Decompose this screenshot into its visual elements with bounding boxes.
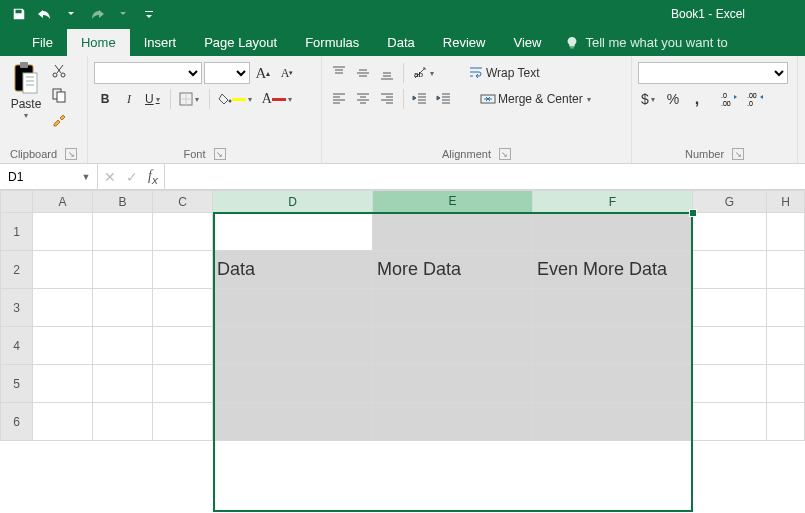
- number-launcher[interactable]: ↘: [732, 148, 744, 160]
- copy-button[interactable]: [48, 84, 70, 106]
- cell-F3[interactable]: [533, 289, 693, 327]
- tab-review[interactable]: Review: [429, 29, 500, 56]
- tab-formulas[interactable]: Formulas: [291, 29, 373, 56]
- col-header-A[interactable]: A: [33, 191, 93, 213]
- tab-file[interactable]: File: [18, 29, 67, 56]
- undo-dropdown[interactable]: [60, 3, 82, 25]
- merge-center-button[interactable]: Merge & Center▾: [473, 88, 600, 110]
- paste-button[interactable]: Paste ▾: [6, 60, 46, 126]
- name-box-input[interactable]: [0, 170, 78, 184]
- underline-button[interactable]: U▾: [142, 88, 165, 110]
- number-format-select[interactable]: General: [638, 62, 788, 84]
- cell-B6[interactable]: [93, 403, 153, 441]
- enter-formula-button[interactable]: ✓: [126, 169, 138, 185]
- row-header-5[interactable]: 5: [1, 365, 33, 403]
- italic-button[interactable]: I: [118, 88, 140, 110]
- cell-E4[interactable]: [373, 327, 533, 365]
- decrease-font-button[interactable]: A▾: [276, 62, 298, 84]
- cell-E3[interactable]: [373, 289, 533, 327]
- cell-B3[interactable]: [93, 289, 153, 327]
- cell-B5[interactable]: [93, 365, 153, 403]
- cell-A6[interactable]: [33, 403, 93, 441]
- alignment-launcher[interactable]: ↘: [499, 148, 511, 160]
- qat-customize[interactable]: [138, 3, 160, 25]
- cell-D2[interactable]: Data: [213, 251, 373, 289]
- tab-home[interactable]: Home: [67, 29, 130, 56]
- cell-C3[interactable]: [153, 289, 213, 327]
- cell-E1[interactable]: [373, 213, 533, 251]
- row-header-1[interactable]: 1: [1, 213, 33, 251]
- cell-A4[interactable]: [33, 327, 93, 365]
- cell-A3[interactable]: [33, 289, 93, 327]
- tab-data[interactable]: Data: [373, 29, 428, 56]
- cell-G5[interactable]: [693, 365, 767, 403]
- align-top-button[interactable]: [328, 62, 350, 84]
- cell-B1[interactable]: [93, 213, 153, 251]
- cell-F4[interactable]: [533, 327, 693, 365]
- col-header-B[interactable]: B: [93, 191, 153, 213]
- accounting-format-button[interactable]: $▾: [638, 88, 660, 110]
- redo-button[interactable]: [86, 3, 108, 25]
- col-header-D[interactable]: D: [213, 191, 373, 213]
- cell-A5[interactable]: [33, 365, 93, 403]
- cut-button[interactable]: [48, 60, 70, 82]
- cell-G3[interactable]: [693, 289, 767, 327]
- cell-H4[interactable]: [767, 327, 805, 365]
- col-header-E[interactable]: E: [373, 191, 533, 213]
- font-size-select[interactable]: 18: [204, 62, 250, 84]
- cell-F6[interactable]: [533, 403, 693, 441]
- cell-C5[interactable]: [153, 365, 213, 403]
- font-color-button[interactable]: A▾: [259, 88, 297, 110]
- increase-indent-button[interactable]: [433, 88, 455, 110]
- orientation-button[interactable]: ab▾: [409, 62, 439, 84]
- increase-decimal-button[interactable]: .0.00: [718, 88, 742, 110]
- cell-D5[interactable]: [213, 365, 373, 403]
- tab-view[interactable]: View: [499, 29, 555, 56]
- align-left-button[interactable]: [328, 88, 350, 110]
- cell-H6[interactable]: [767, 403, 805, 441]
- cell-G4[interactable]: [693, 327, 767, 365]
- cell-C4[interactable]: [153, 327, 213, 365]
- cell-D4[interactable]: [213, 327, 373, 365]
- tab-page-layout[interactable]: Page Layout: [190, 29, 291, 56]
- cell-F2[interactable]: Even More Data: [533, 251, 693, 289]
- col-header-F[interactable]: F: [533, 191, 693, 213]
- cell-C1[interactable]: [153, 213, 213, 251]
- wrap-text-button[interactable]: Wrap Text: [461, 62, 549, 84]
- cell-G2[interactable]: [693, 251, 767, 289]
- increase-font-button[interactable]: A▴: [252, 62, 274, 84]
- cell-C6[interactable]: [153, 403, 213, 441]
- borders-button[interactable]: ▾: [176, 88, 204, 110]
- cell-F1[interactable]: [533, 213, 693, 251]
- align-right-button[interactable]: [376, 88, 398, 110]
- align-bottom-button[interactable]: [376, 62, 398, 84]
- cell-H1[interactable]: [767, 213, 805, 251]
- cell-D1[interactable]: [213, 213, 373, 251]
- tab-insert[interactable]: Insert: [130, 29, 191, 56]
- row-header-3[interactable]: 3: [1, 289, 33, 327]
- decrease-decimal-button[interactable]: .00.0: [744, 88, 768, 110]
- cell-C2[interactable]: [153, 251, 213, 289]
- cell-B4[interactable]: [93, 327, 153, 365]
- font-name-select[interactable]: Calibri: [94, 62, 202, 84]
- cell-A2[interactable]: [33, 251, 93, 289]
- cell-A1[interactable]: [33, 213, 93, 251]
- cell-B2[interactable]: [93, 251, 153, 289]
- cell-E5[interactable]: [373, 365, 533, 403]
- cell-D6[interactable]: [213, 403, 373, 441]
- col-header-H[interactable]: H: [767, 191, 805, 213]
- chevron-down-icon[interactable]: ▼: [78, 172, 94, 182]
- name-box[interactable]: ▼: [0, 164, 98, 189]
- tell-me[interactable]: Tell me what you want to: [555, 29, 737, 56]
- cell-H3[interactable]: [767, 289, 805, 327]
- cancel-formula-button[interactable]: ✕: [104, 169, 116, 185]
- redo-dropdown[interactable]: [112, 3, 134, 25]
- select-all-corner[interactable]: [1, 191, 33, 213]
- cell-H5[interactable]: [767, 365, 805, 403]
- cell-E6[interactable]: [373, 403, 533, 441]
- cell-G1[interactable]: [693, 213, 767, 251]
- row-header-6[interactable]: 6: [1, 403, 33, 441]
- cell-H2[interactable]: [767, 251, 805, 289]
- col-header-C[interactable]: C: [153, 191, 213, 213]
- cell-E2[interactable]: More Data: [373, 251, 533, 289]
